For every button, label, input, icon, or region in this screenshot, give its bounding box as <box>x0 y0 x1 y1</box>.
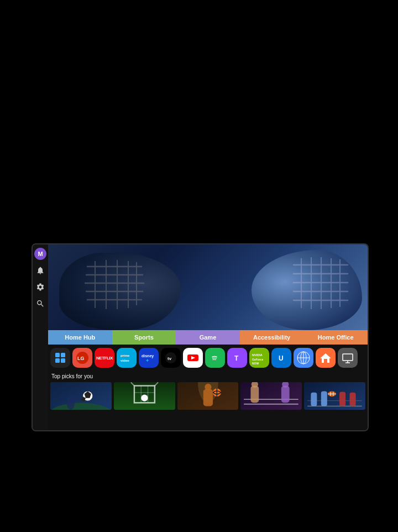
picks-grid <box>50 382 365 410</box>
svg-text:NOW: NOW <box>252 362 259 365</box>
svg-rect-85 <box>311 393 317 406</box>
svg-rect-88 <box>350 393 356 406</box>
svg-rect-86 <box>321 391 327 406</box>
app-disney-plus[interactable]: disney + <box>139 348 159 368</box>
pick-thumb-boxing[interactable] <box>240 382 302 410</box>
svg-rect-71 <box>203 389 212 406</box>
app-geforce-now[interactable]: NVIDIA GeForce NOW <box>249 348 269 368</box>
pick-thumb-soccer-field[interactable] <box>114 382 175 410</box>
svg-text:NVIDIA: NVIDIA <box>252 353 263 357</box>
tab-accessibility[interactable]: Accessibility <box>240 330 304 345</box>
app-web-browser[interactable] <box>294 348 313 368</box>
tab-home-office[interactable]: Home Office <box>303 330 368 345</box>
pick-thumb-football[interactable] <box>304 382 365 410</box>
svg-point-68 <box>141 395 148 401</box>
svg-point-72 <box>205 384 211 390</box>
svg-text:U: U <box>279 354 284 362</box>
svg-rect-52 <box>324 359 327 363</box>
tab-home-hub[interactable]: Home Hub <box>48 330 112 345</box>
tab-game[interactable]: Game <box>176 330 240 345</box>
svg-text:+: + <box>146 358 149 363</box>
svg-text:tv: tv <box>167 356 172 361</box>
app-lg[interactable]: LG <box>72 348 92 368</box>
app-screen-share[interactable] <box>338 348 358 368</box>
app-ubisoft[interactable]: U <box>271 348 291 368</box>
tv-frame: M <box>32 243 369 431</box>
category-tabs: Home Hub Sports Game Accessibility Home … <box>48 330 368 345</box>
app-youtube[interactable] <box>183 348 203 368</box>
main-content: Home Hub Sports Game Accessibility Home … <box>48 244 368 430</box>
search-icon[interactable] <box>34 298 46 310</box>
app-netflix[interactable]: NETFLIX <box>95 348 114 368</box>
svg-rect-23 <box>61 358 65 363</box>
app-twitch[interactable]: T <box>227 348 247 368</box>
helmet-cage-left <box>81 255 148 316</box>
svg-text:LG: LG <box>77 356 85 361</box>
top-picks-section: Top picks for you <box>48 371 368 430</box>
svg-rect-87 <box>339 392 345 406</box>
hero-banner <box>48 244 368 330</box>
svg-rect-22 <box>55 358 60 363</box>
svg-rect-75 <box>240 382 302 410</box>
svg-rect-78 <box>251 386 259 403</box>
app-prime-video[interactable]: prime video <box>117 348 137 368</box>
helmet-cage-right <box>290 253 351 316</box>
svg-text:GeForce: GeForce <box>252 358 264 361</box>
svg-rect-20 <box>55 353 60 357</box>
app-apps[interactable] <box>50 348 70 368</box>
apps-row: LG NETFLIX prime video disney + <box>48 345 368 371</box>
pick-thumb-soccer-action[interactable] <box>50 382 112 410</box>
notification-icon[interactable] <box>34 264 46 277</box>
hockey-scene <box>48 244 368 330</box>
sidebar: M <box>33 244 48 430</box>
svg-point-60 <box>67 396 75 410</box>
tab-sports[interactable]: Sports <box>112 330 176 345</box>
svg-rect-26 <box>118 350 135 366</box>
svg-rect-80 <box>281 386 290 403</box>
svg-text:prime: prime <box>121 354 130 357</box>
app-apple-tv[interactable]: tv <box>161 348 181 368</box>
app-spotify[interactable] <box>205 348 225 368</box>
settings-icon[interactable] <box>34 281 46 293</box>
top-picks-label: Top picks for you <box>50 373 365 379</box>
svg-text:T: T <box>234 354 239 362</box>
app-smart-home[interactable] <box>316 348 336 368</box>
svg-text:video: video <box>121 359 129 362</box>
user-avatar[interactable]: M <box>34 248 46 260</box>
svg-rect-21 <box>61 353 65 357</box>
pick-thumb-basketball[interactable] <box>177 382 239 410</box>
